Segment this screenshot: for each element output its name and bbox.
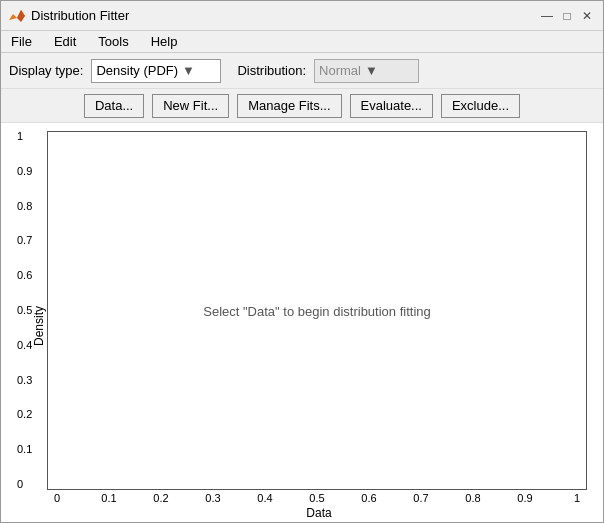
menu-bar: File Edit Tools Help <box>1 31 603 53</box>
display-type-dropdown[interactable]: Density (PDF) ▼ <box>91 59 221 83</box>
new-fit-button[interactable]: New Fit... <box>152 94 229 118</box>
x-tick-0: 0 <box>47 492 67 504</box>
x-axis-label: Data <box>9 506 591 520</box>
menu-edit[interactable]: Edit <box>50 32 80 51</box>
x-tick-01: 0.1 <box>99 492 119 504</box>
x-tick-03: 0.3 <box>203 492 223 504</box>
matlab-icon <box>9 8 25 24</box>
title-left: Distribution Fitter <box>9 8 129 24</box>
distribution-label: Distribution: <box>237 63 306 78</box>
display-type-value: Density (PDF) <box>96 63 178 78</box>
chart-message: Select "Data" to begin distribution fitt… <box>203 303 430 318</box>
x-tick-09: 0.9 <box>515 492 535 504</box>
manage-fits-button[interactable]: Manage Fits... <box>237 94 341 118</box>
button-row: Data... New Fit... Manage Fits... Evalua… <box>1 89 603 123</box>
exclude-button[interactable]: Exclude... <box>441 94 520 118</box>
distribution-dropdown[interactable]: Normal ▼ <box>314 59 419 83</box>
x-tick-07: 0.7 <box>411 492 431 504</box>
x-tick-06: 0.6 <box>359 492 379 504</box>
close-button[interactable]: ✕ <box>579 8 595 24</box>
x-tick-08: 0.8 <box>463 492 483 504</box>
toolbar: Display type: Density (PDF) ▼ Distributi… <box>1 53 603 89</box>
display-type-arrow: ▼ <box>182 63 195 78</box>
x-tick-02: 0.2 <box>151 492 171 504</box>
y-axis-label: Density <box>32 305 46 345</box>
svg-marker-1 <box>17 10 25 22</box>
menu-file[interactable]: File <box>7 32 36 51</box>
chart-plot-area: Select "Data" to begin distribution fitt… <box>47 131 587 490</box>
menu-tools[interactable]: Tools <box>94 32 132 51</box>
evaluate-button[interactable]: Evaluate... <box>350 94 433 118</box>
data-button[interactable]: Data... <box>84 94 144 118</box>
distribution-arrow: ▼ <box>365 63 378 78</box>
title-bar: Distribution Fitter — □ ✕ <box>1 1 603 31</box>
display-type-label: Display type: <box>9 63 83 78</box>
x-tick-04: 0.4 <box>255 492 275 504</box>
minimize-button[interactable]: — <box>539 8 555 24</box>
x-tick-1: 1 <box>567 492 587 504</box>
distribution-value: Normal <box>319 63 361 78</box>
x-tick-05: 0.5 <box>307 492 327 504</box>
chart-container: Density 0 0.1 0.2 0.3 0.4 0.5 0.6 0.7 0.… <box>1 123 603 523</box>
title-controls: — □ ✕ <box>539 8 595 24</box>
maximize-button[interactable]: □ <box>559 8 575 24</box>
menu-help[interactable]: Help <box>147 32 182 51</box>
main-area: Density 0 0.1 0.2 0.3 0.4 0.5 0.6 0.7 0.… <box>1 123 603 523</box>
title-text: Distribution Fitter <box>31 8 129 23</box>
